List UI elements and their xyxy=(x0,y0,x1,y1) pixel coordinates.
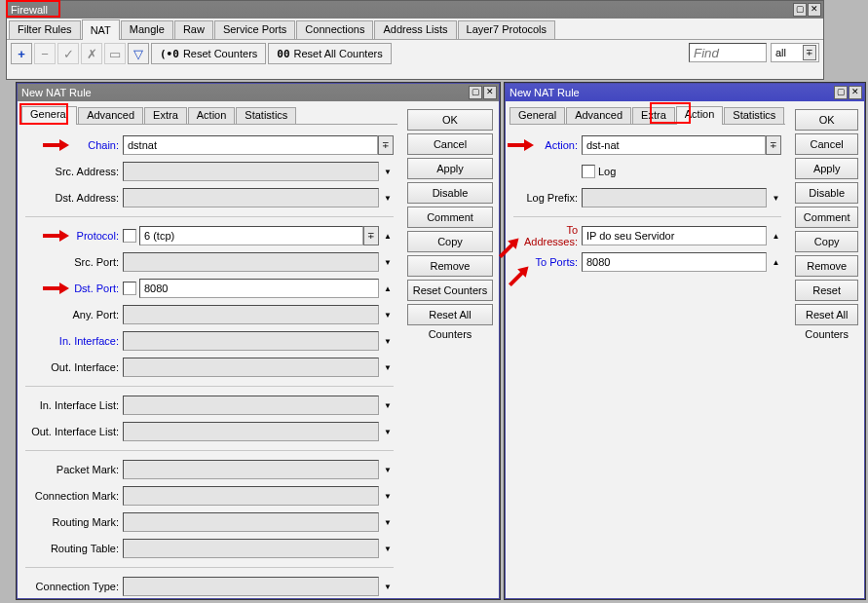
expand-icon[interactable]: ▼ xyxy=(770,188,781,207)
nat-rule-action-title: New NAT Rule xyxy=(509,87,580,98)
tab-action[interactable]: Action xyxy=(676,106,724,125)
expand-icon[interactable]: ▼ xyxy=(382,252,394,272)
nat-rule-action-content: General Advanced Extra Action Statistics… xyxy=(506,101,864,333)
any-port-input[interactable] xyxy=(123,305,379,324)
expand-icon[interactable]: ▼ xyxy=(382,305,394,324)
expand-icon[interactable]: ▼ xyxy=(382,162,394,181)
maximize-icon[interactable]: ▢ xyxy=(834,86,848,99)
cancel-button[interactable]: Cancel xyxy=(407,133,493,155)
comment-button[interactable]: Comment xyxy=(407,207,493,228)
tab-filter-rules[interactable]: Filter Rules xyxy=(9,20,81,39)
tab-extra[interactable]: Extra xyxy=(144,107,187,124)
connection-type-input[interactable] xyxy=(123,577,379,596)
disable-button[interactable]: Disable xyxy=(795,182,858,204)
tab-extra[interactable]: Extra xyxy=(632,107,675,124)
reset-counters-button[interactable]: (•0 Reset Counters xyxy=(151,43,266,64)
collapse-icon[interactable]: ▲ xyxy=(382,226,394,245)
src-address-input[interactable] xyxy=(123,162,379,181)
tab-general[interactable]: General xyxy=(509,107,565,124)
disable-button[interactable]: ✗ xyxy=(81,43,102,64)
to-ports-input[interactable]: 8080 xyxy=(582,252,767,272)
dst-address-input[interactable] xyxy=(123,188,379,207)
remove-button[interactable]: Remove xyxy=(407,255,493,277)
expand-icon[interactable]: ▼ xyxy=(382,577,394,596)
add-button[interactable]: + xyxy=(11,43,32,64)
log-checkbox[interactable] xyxy=(582,165,595,178)
reset-all-counters-button[interactable]: 00 Reset All Counters xyxy=(268,43,391,64)
chevron-down-icon[interactable]: ∓ xyxy=(766,135,781,155)
copy-button[interactable]: Copy xyxy=(407,231,493,252)
expand-icon[interactable]: ▼ xyxy=(382,422,394,441)
routing-mark-input[interactable] xyxy=(123,512,379,532)
src-port-input[interactable] xyxy=(123,252,379,272)
collapse-icon[interactable]: ▲ xyxy=(770,252,781,272)
expand-icon[interactable]: ▼ xyxy=(382,358,394,377)
close-icon[interactable]: ✕ xyxy=(808,3,821,17)
connection-mark-input[interactable] xyxy=(123,486,379,506)
expand-icon[interactable]: ▼ xyxy=(382,486,394,506)
chain-input[interactable]: dstnat xyxy=(123,135,378,155)
chevron-down-icon[interactable]: ∓ xyxy=(378,135,394,155)
find-input[interactable] xyxy=(689,43,767,62)
remove-button[interactable]: Remove xyxy=(795,255,858,277)
reset-all-counters-button[interactable]: Reset All Counters xyxy=(795,304,858,325)
out-interface-input[interactable] xyxy=(123,358,379,377)
tab-connections[interactable]: Connections xyxy=(296,20,373,39)
tab-statistics[interactable]: Statistics xyxy=(724,107,784,124)
in-interface-list-input[interactable] xyxy=(123,396,379,415)
comment-button[interactable]: ▭ xyxy=(104,43,126,64)
close-icon[interactable]: ✕ xyxy=(849,86,862,99)
tab-nat[interactable]: NAT xyxy=(82,19,120,40)
tab-general[interactable]: General xyxy=(21,106,77,125)
to-addresses-input[interactable]: IP do seu Servidor xyxy=(582,226,767,245)
tab-raw[interactable]: Raw xyxy=(174,20,213,39)
packet-mark-input[interactable] xyxy=(123,460,379,479)
enable-button[interactable]: ✓ xyxy=(57,43,79,64)
expand-icon[interactable]: ▼ xyxy=(382,396,394,415)
invert-checkbox[interactable] xyxy=(123,229,136,243)
invert-checkbox[interactable] xyxy=(123,282,136,295)
tab-service-ports[interactable]: Service Ports xyxy=(214,20,295,39)
tab-action[interactable]: Action xyxy=(188,107,236,124)
tab-statistics[interactable]: Statistics xyxy=(236,107,296,124)
maximize-icon[interactable]: ▢ xyxy=(793,3,807,17)
collapse-icon[interactable]: ▲ xyxy=(382,279,394,298)
copy-button[interactable]: Copy xyxy=(795,231,858,252)
disable-button[interactable]: Disable xyxy=(407,182,493,204)
expand-icon[interactable]: ▼ xyxy=(382,331,394,351)
maximize-icon[interactable]: ▢ xyxy=(469,86,482,99)
divider xyxy=(25,216,394,217)
remove-button[interactable]: − xyxy=(34,43,56,64)
expand-icon[interactable]: ▼ xyxy=(382,460,394,479)
tab-advanced[interactable]: Advanced xyxy=(78,107,143,124)
ok-button[interactable]: OK xyxy=(795,109,858,131)
expand-icon[interactable]: ▼ xyxy=(382,512,394,532)
reset-all-counters-button[interactable]: Reset All Counters xyxy=(407,304,493,325)
close-icon[interactable]: ✕ xyxy=(483,86,497,99)
protocol-input[interactable]: 6 (tcp) xyxy=(139,226,363,245)
action-input[interactable]: dst-nat xyxy=(582,135,766,155)
out-interface-list-input[interactable] xyxy=(123,422,379,441)
reset-counters-button[interactable]: Reset Counters xyxy=(407,280,493,301)
routing-table-input[interactable] xyxy=(123,539,379,558)
collapse-icon[interactable]: ▲ xyxy=(770,226,781,245)
filter-dropdown[interactable]: all ∓ xyxy=(771,43,819,62)
cancel-button[interactable]: Cancel xyxy=(795,133,858,155)
tab-address-lists[interactable]: Address Lists xyxy=(374,20,456,39)
tab-advanced[interactable]: Advanced xyxy=(566,107,631,124)
reset-counters-button[interactable]: Reset Counters xyxy=(795,280,858,301)
expand-icon[interactable]: ▼ xyxy=(382,188,394,207)
log-prefix-input[interactable] xyxy=(582,188,767,207)
in-interface-input[interactable] xyxy=(123,331,379,351)
expand-icon[interactable]: ▼ xyxy=(382,539,394,558)
tab-layer7[interactable]: Layer7 Protocols xyxy=(458,20,556,39)
filter-button[interactable]: ▽ xyxy=(128,43,149,64)
chevron-down-icon[interactable]: ∓ xyxy=(363,226,379,245)
dst-port-input[interactable]: 8080 xyxy=(139,279,379,298)
comment-button[interactable]: Comment xyxy=(795,207,858,228)
any-port-label: Any. Port: xyxy=(25,309,123,320)
apply-button[interactable]: Apply xyxy=(407,158,493,179)
ok-button[interactable]: OK xyxy=(407,109,493,131)
apply-button[interactable]: Apply xyxy=(795,158,858,179)
tab-mangle[interactable]: Mangle xyxy=(121,20,173,39)
